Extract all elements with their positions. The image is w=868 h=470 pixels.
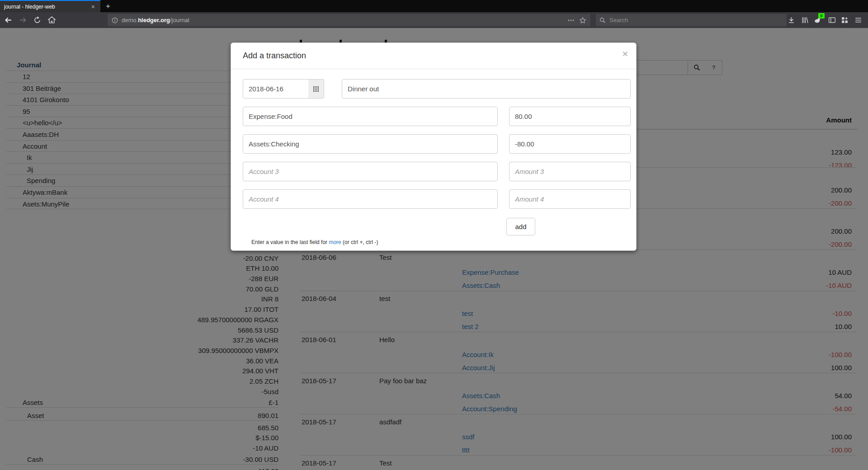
- tab-title: journal - hledger-web: [4, 4, 90, 10]
- page-actions-icon[interactable]: [567, 17, 575, 24]
- amount-4-input[interactable]: [509, 189, 631, 209]
- bookmark-star-icon[interactable]: [579, 17, 586, 24]
- tab-close-icon[interactable]: ×: [90, 3, 96, 10]
- browser-toolbar: demo.hledger.org/journal Search 0: [0, 12, 868, 28]
- extensions-add-icon[interactable]: [841, 16, 849, 24]
- date-picker-button[interactable]: [308, 79, 324, 99]
- amount-2-input[interactable]: [509, 134, 631, 154]
- menu-hamburger-icon[interactable]: [854, 16, 862, 24]
- search-placeholder: Search: [609, 17, 628, 24]
- forward-icon[interactable]: [19, 16, 27, 24]
- downloads-icon[interactable]: [788, 16, 795, 24]
- account-3-input[interactable]: [243, 162, 498, 181]
- url-path: /journal: [170, 17, 189, 24]
- modal-header: Add a transaction ×: [231, 43, 636, 69]
- amount-3-input[interactable]: [509, 162, 631, 181]
- description-input[interactable]: [342, 79, 631, 99]
- url-host: hledger.org: [138, 17, 170, 24]
- home-icon[interactable]: [48, 16, 56, 24]
- site-info-icon[interactable]: [112, 17, 118, 24]
- new-tab-button[interactable]: +: [100, 0, 116, 12]
- search-icon: [599, 17, 606, 24]
- browser-search-bar[interactable]: Search: [596, 14, 787, 26]
- library-icon[interactable]: [801, 16, 809, 24]
- amount-1-input[interactable]: [509, 107, 631, 126]
- hint-text: Enter a value in the last field for: [251, 239, 329, 245]
- modal-title: Add a transaction: [243, 51, 306, 60]
- close-icon[interactable]: ×: [623, 48, 628, 59]
- extension-badge: 0: [818, 13, 825, 19]
- add-button[interactable]: add: [506, 218, 535, 235]
- page-journal: ? Journal 12301 Beiträge4101 Girokonto95…: [0, 28, 868, 470]
- reload-icon[interactable]: [33, 16, 41, 24]
- account-4-input[interactable]: [243, 189, 498, 209]
- date-input[interactable]: [243, 79, 309, 99]
- url-bar[interactable]: demo.hledger.org/journal: [108, 14, 590, 26]
- back-icon[interactable]: [5, 16, 12, 24]
- tab-bar: journal - hledger-web × +: [0, 0, 868, 12]
- account-1-input[interactable]: [243, 107, 498, 126]
- modal-hint: Enter a value in the last field for more…: [251, 239, 378, 245]
- account-2-input[interactable]: [243, 134, 498, 154]
- url-prefix: demo.: [122, 17, 138, 24]
- browser-tab[interactable]: journal - hledger-web ×: [0, 0, 100, 12]
- add-transaction-modal: Add a transaction × add Enter a value in…: [231, 42, 637, 251]
- more-link[interactable]: more: [329, 239, 341, 245]
- hint-text-suffix: (or ctrl +, ctrl -): [341, 239, 378, 245]
- sidebar-toggle-icon[interactable]: [828, 16, 836, 24]
